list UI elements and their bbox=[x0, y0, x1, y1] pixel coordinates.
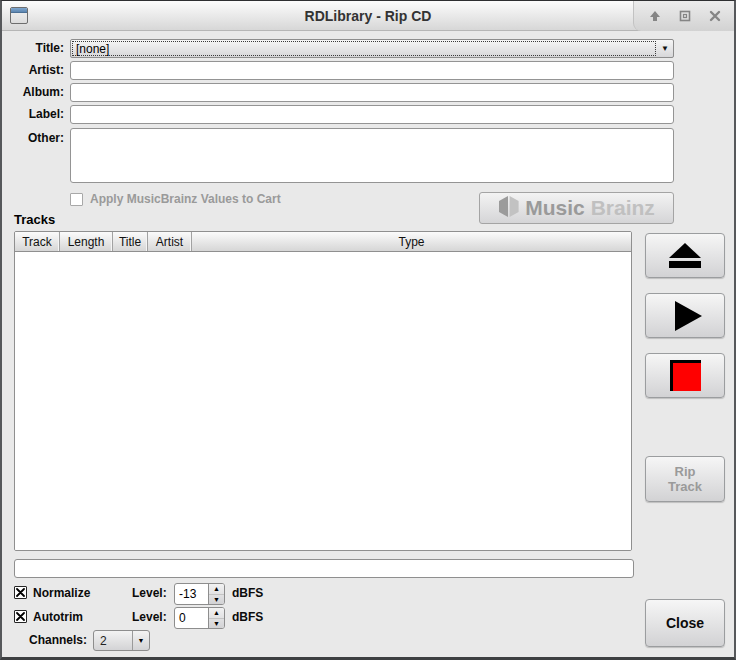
maximize-icon[interactable] bbox=[678, 9, 692, 23]
album-field[interactable] bbox=[70, 83, 674, 102]
close-button[interactable]: Close bbox=[645, 599, 725, 647]
autotrim-checkbox[interactable] bbox=[14, 610, 27, 623]
column-header-length[interactable]: Length bbox=[60, 232, 113, 251]
normalize-unit-label: dBFS bbox=[232, 586, 263, 600]
stop-icon bbox=[670, 360, 701, 391]
rip-track-label-line2: Track bbox=[668, 479, 702, 494]
normalize-level-spinner[interactable]: -13 ▲▼ bbox=[174, 583, 225, 605]
album-label: Album: bbox=[8, 83, 64, 102]
normalize-level-label: Level: bbox=[132, 586, 167, 600]
apply-musicbrainz-row: Apply MusicBrainz Values to Cart bbox=[70, 192, 281, 206]
channels-combobox[interactable]: 2 ▼ bbox=[93, 630, 150, 651]
rip-cd-window: RDLibrary - Rip CD Title: [none] ▼ Artis… bbox=[0, 0, 736, 660]
titlebar[interactable]: RDLibrary - Rip CD bbox=[2, 1, 734, 31]
dropdown-arrow-icon[interactable]: ▼ bbox=[132, 631, 149, 650]
artist-field[interactable] bbox=[70, 61, 674, 80]
autotrim-level-spinner[interactable]: 0 ▲▼ bbox=[174, 607, 225, 629]
check-icon bbox=[16, 612, 25, 621]
normalize-label: Normalize bbox=[33, 586, 90, 600]
label-field[interactable] bbox=[70, 105, 674, 124]
tracks-table[interactable]: Track Length Title Artist Type bbox=[14, 231, 632, 551]
eject-button[interactable] bbox=[645, 233, 725, 278]
apply-musicbrainz-checkbox[interactable] bbox=[70, 193, 83, 206]
column-header-artist[interactable]: Artist bbox=[148, 232, 192, 251]
normalize-level-value: -13 bbox=[175, 584, 208, 604]
apply-musicbrainz-label: Apply MusicBrainz Values to Cart bbox=[90, 192, 281, 206]
musicbrainz-logo-icon bbox=[498, 195, 519, 222]
title-combobox[interactable]: [none] ▼ bbox=[70, 39, 674, 58]
dropdown-arrow-icon[interactable]: ▼ bbox=[661, 40, 669, 57]
autotrim-unit-label: dBFS bbox=[232, 610, 263, 624]
tracks-table-body[interactable] bbox=[15, 252, 631, 551]
channels-label: Channels: bbox=[29, 633, 87, 647]
rip-track-button[interactable]: Rip Track bbox=[645, 456, 725, 502]
eject-icon bbox=[669, 243, 701, 268]
spin-down-icon[interactable]: ▼ bbox=[209, 595, 224, 605]
musicbrainz-button[interactable]: MusicBrainz bbox=[479, 192, 674, 224]
other-field[interactable] bbox=[70, 128, 674, 183]
shade-icon[interactable] bbox=[648, 9, 662, 23]
close-icon[interactable] bbox=[708, 9, 722, 23]
title-combobox-value: [none] bbox=[72, 41, 656, 56]
normalize-checkbox[interactable] bbox=[14, 586, 27, 599]
autotrim-level-value: 0 bbox=[175, 608, 208, 628]
window-title: RDLibrary - Rip CD bbox=[2, 1, 734, 31]
other-label: Other: bbox=[8, 129, 64, 148]
spin-up-icon[interactable]: ▲ bbox=[209, 608, 224, 619]
artist-label: Artist: bbox=[8, 61, 64, 80]
window-controls bbox=[633, 1, 734, 31]
column-header-title[interactable]: Title bbox=[113, 232, 148, 251]
autotrim-level-label: Level: bbox=[132, 610, 167, 624]
column-header-track[interactable]: Track bbox=[15, 232, 60, 251]
rip-progress-bar bbox=[14, 559, 634, 578]
spin-up-icon[interactable]: ▲ bbox=[209, 584, 224, 595]
window-icon bbox=[10, 7, 28, 24]
tracks-table-header: Track Length Title Artist Type bbox=[15, 232, 631, 252]
stop-button[interactable] bbox=[645, 353, 725, 398]
musicbrainz-text-music: Music bbox=[525, 196, 585, 220]
check-icon bbox=[16, 588, 25, 597]
title-label: Title: bbox=[8, 39, 64, 58]
channels-value: 2 bbox=[94, 631, 132, 650]
play-icon bbox=[669, 301, 702, 331]
spin-down-icon[interactable]: ▼ bbox=[209, 619, 224, 629]
musicbrainz-text-brainz: Brainz bbox=[591, 196, 655, 220]
label-label: Label: bbox=[8, 105, 64, 124]
play-button[interactable] bbox=[645, 293, 725, 338]
rip-track-label-line1: Rip bbox=[675, 464, 696, 479]
column-header-type[interactable]: Type bbox=[192, 232, 631, 251]
autotrim-label: Autotrim bbox=[33, 610, 83, 624]
tracks-section-label: Tracks bbox=[14, 212, 55, 227]
